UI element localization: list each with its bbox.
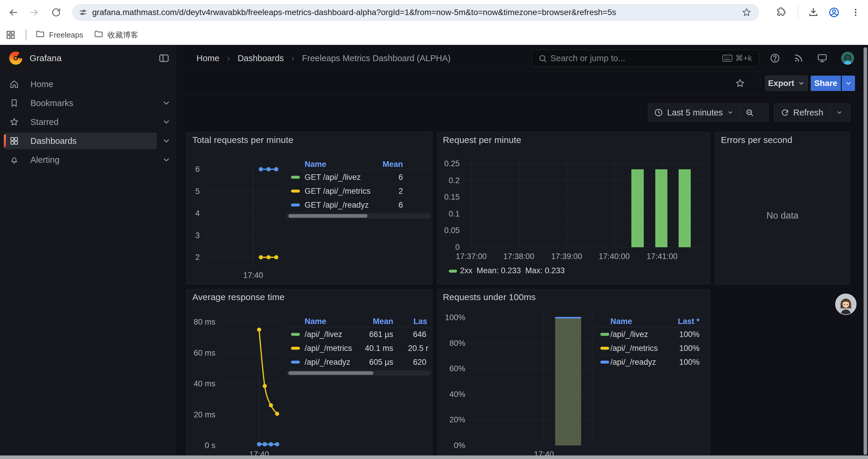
floating-avatar[interactable] <box>835 294 857 315</box>
back-icon[interactable] <box>5 4 22 21</box>
chevron-down-icon[interactable] <box>162 136 171 145</box>
download-icon[interactable] <box>805 4 822 21</box>
legend-row[interactable]: /api/_/readyz605 µs620 <box>286 355 431 369</box>
user-avatar[interactable] <box>841 52 854 66</box>
folder-icon <box>94 29 103 41</box>
series-value: 6 <box>399 201 403 210</box>
bookmark-label: 收藏博客 <box>107 30 138 40</box>
sidebar-item-starred[interactable]: Starred <box>4 114 157 130</box>
browser-menu-icon[interactable] <box>847 4 864 21</box>
legend-scrollbar[interactable] <box>286 213 431 219</box>
refresh-interval-button[interactable] <box>830 104 848 121</box>
bottom-window-edge <box>0 455 868 459</box>
panel-star-icon[interactable] <box>735 78 745 90</box>
legend-table: NameLast */api/_/livez100%/api/_/metrics… <box>593 315 706 369</box>
no-data-label: No data <box>715 210 850 221</box>
svg-text:0%: 0% <box>454 441 465 450</box>
legend-column-mean[interactable]: Mean <box>382 160 403 169</box>
legend-row[interactable]: GET /api/_/readyz6 <box>286 198 431 212</box>
bookmark-folder-freeleaps[interactable]: Freeleaps <box>35 25 83 45</box>
legend-row[interactable]: /api/_/metrics40.1 ms20.5 r <box>286 341 431 355</box>
apps-grid-icon[interactable] <box>5 30 16 41</box>
legend-column-mean[interactable]: Mean <box>373 317 393 326</box>
share-button[interactable]: Share <box>811 76 841 91</box>
sidebar-item-home[interactable]: Home <box>4 76 157 93</box>
panel-title[interactable]: Request per minute <box>443 135 521 145</box>
zoom-out-button[interactable] <box>740 104 759 121</box>
url-bar[interactable]: grafana.mathmast.com/d/deytv4rwavabkb/fr… <box>72 4 759 21</box>
sidebar-item-label: Starred <box>30 117 59 127</box>
share-menu-button[interactable] <box>842 76 855 91</box>
search-input[interactable]: Search or jump to... ⌘+k <box>532 50 759 67</box>
series-stat: Max: 0.233 <box>525 266 565 275</box>
site-info-icon[interactable] <box>79 8 88 18</box>
news-icon[interactable] <box>793 53 804 64</box>
series-color-pill <box>291 176 300 179</box>
svg-text:5: 5 <box>195 187 200 196</box>
series-value: 646 <box>413 330 426 339</box>
legend-row[interactable]: /api/_/readyz100% <box>593 355 706 369</box>
legend-scrollbar-thumb[interactable] <box>288 371 373 375</box>
legend-row[interactable]: GET /api/_/livez6 <box>286 170 431 184</box>
series-value: 6 <box>399 173 403 182</box>
breadcrumb-home[interactable]: Home <box>196 54 219 63</box>
legend-table: NameMeanLas/api/_/livez661 µs646/api/_/m… <box>286 315 431 376</box>
browser-toolbar: grafana.mathmast.com/d/deytv4rwavabkb/fr… <box>0 0 868 25</box>
reload-icon[interactable] <box>48 4 64 21</box>
legend-table: NameMeanGET /api/_/livez6GET /api/_/metr… <box>286 158 431 219</box>
clock-icon <box>654 108 663 117</box>
sidebar-item-alerting[interactable]: Alerting <box>4 152 157 168</box>
legend-column-last-[interactable]: Last * <box>678 317 700 326</box>
panel-title[interactable]: Average response time <box>192 292 284 302</box>
grafana-app: Grafana HomeBookmarksStarredDashboardsAl… <box>0 45 868 459</box>
help-icon[interactable] <box>770 53 780 64</box>
panel-title[interactable]: Total requests per minute <box>192 135 293 145</box>
export-button[interactable]: Export <box>765 76 808 91</box>
legend-column-name[interactable]: Name <box>305 317 327 326</box>
legend-column-las[interactable]: Las <box>413 317 427 326</box>
dashboard-subheader: Export Share <box>176 71 868 95</box>
legend-header: NameMeanLas <box>286 315 431 327</box>
legend-inline[interactable]: 2xxMean: 0.233Max: 0.233 <box>437 266 710 276</box>
chevron-down-icon[interactable] <box>162 155 171 164</box>
breadcrumb-dashboards[interactable]: Dashboards <box>238 54 284 63</box>
time-range-picker[interactable]: Last 5 minutes <box>648 104 740 121</box>
monitor-icon[interactable] <box>817 53 828 64</box>
legend-scrollbar[interactable] <box>286 370 431 376</box>
search-shortcut: ⌘+k <box>722 54 752 63</box>
refresh-button[interactable]: Refresh <box>774 104 830 121</box>
sidebar-item-bookmarks[interactable]: Bookmarks <box>4 95 157 111</box>
extensions-icon[interactable] <box>773 4 790 21</box>
grafana-logo[interactable] <box>8 51 23 67</box>
chevron-down-icon[interactable] <box>162 99 171 107</box>
chevron-down-icon[interactable] <box>162 118 171 126</box>
legend-row[interactable]: GET /api/_/metrics2 <box>286 184 431 198</box>
bookmark-star-icon[interactable] <box>742 7 752 19</box>
panel-title[interactable]: Errors per second <box>721 135 793 145</box>
alerting-icon <box>9 155 19 167</box>
sidebar-item-dashboards[interactable]: Dashboards <box>4 133 157 149</box>
profile-icon[interactable] <box>826 4 842 21</box>
svg-text:0.25: 0.25 <box>444 159 460 168</box>
legend-column-name[interactable]: Name <box>305 160 327 169</box>
vertical-scrollbar[interactable] <box>864 47 867 455</box>
series-color-pill <box>291 333 300 336</box>
bookmarks-divider <box>25 29 27 40</box>
legend-row[interactable]: /api/_/livez100% <box>593 327 706 341</box>
series-value: 605 µs <box>369 358 393 367</box>
sidebar-header: Grafana <box>0 45 176 71</box>
dock-sidebar-icon[interactable] <box>158 53 169 65</box>
legend-scrollbar-thumb[interactable] <box>288 214 368 218</box>
breadcrumb-current: Freeleaps Metrics Dashboard (ALPHA) <box>302 54 451 63</box>
panel-errors-per-second: Errors per secondNo data <box>715 132 850 285</box>
bookmark-folder-blogs[interactable]: 收藏博客 <box>94 25 138 45</box>
svg-text:100%: 100% <box>445 313 465 322</box>
legend-column-name[interactable]: Name <box>610 317 632 326</box>
toolbar-divider <box>798 6 798 18</box>
zoom-out-icon <box>745 108 754 117</box>
legend-row[interactable]: /api/_/metrics100% <box>593 341 706 355</box>
panel-title[interactable]: Requests under 100ms <box>443 292 536 302</box>
url-text[interactable]: grafana.mathmast.com/d/deytv4rwavabkb/fr… <box>92 4 736 21</box>
legend-row[interactable]: /api/_/livez661 µs646 <box>286 327 431 341</box>
forward-icon <box>26 4 42 21</box>
